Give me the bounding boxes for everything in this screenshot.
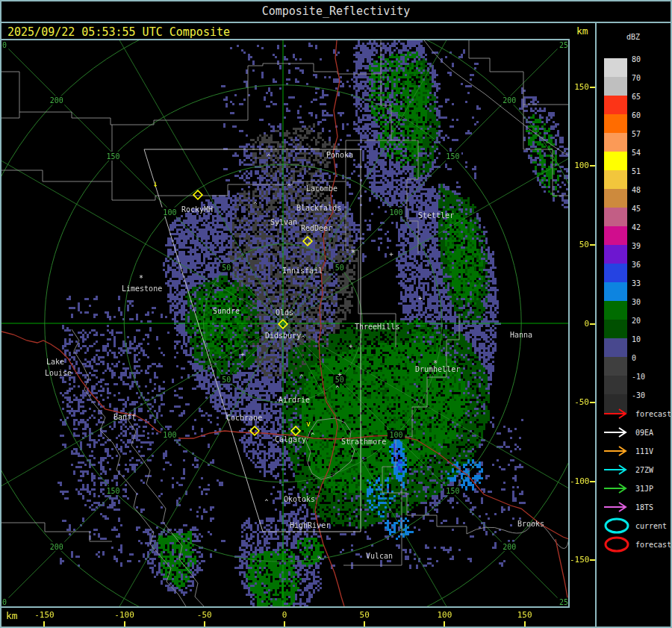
x-axis-tick-label: 0 [282, 610, 287, 620]
legend-label: 31JP [635, 485, 653, 493]
x-axis-tick [364, 621, 365, 627]
radar-site-icon [193, 190, 202, 199]
track-arrow-icon [603, 443, 631, 459]
x-axis-tick-label: 50 [360, 610, 370, 620]
divider [0, 39, 570, 40]
map-overlay: 5050505010010010010015015015015020020020… [1, 40, 568, 606]
county-boundary [391, 140, 418, 254]
radar-map-viewport[interactable]: 5050505010010010010015015015015020020020… [1, 40, 568, 606]
radar-site-icon [250, 426, 259, 435]
range-ring-label: 250 [1, 598, 7, 606]
legend-label: forecast [635, 410, 671, 418]
dbz-scale-swatch [604, 96, 627, 114]
place-label-Innisfail: Innisfail [282, 267, 323, 275]
dbz-scale-label: -30 [632, 391, 645, 400]
place-label-Brooks: Brooks [517, 520, 544, 528]
town-marker-icon: ^ [318, 556, 322, 563]
dbz-scale-label: 36 [632, 261, 641, 270]
highway-line [556, 539, 567, 606]
town-marker-icon: ^ [302, 335, 305, 342]
track-arrow-icon [603, 405, 631, 422]
dbz-scale-swatch [604, 189, 627, 208]
dbz-scale-swatch [604, 152, 627, 170]
legend-item-current: current [603, 518, 667, 533]
radar-site-icon [291, 426, 300, 435]
county-boundary [523, 105, 568, 196]
range-ring-label: 250 [1, 41, 7, 49]
dbz-scale-label: 57 [632, 130, 641, 139]
place-label-Olds: Olds [276, 308, 293, 317]
down-arrow-icon: ↓ [152, 178, 158, 189]
y-axis-tick [590, 165, 595, 167]
y-axis-tick [590, 402, 595, 403]
dbz-scale-label: -10 [632, 373, 645, 382]
county-boundary [1, 112, 248, 125]
y-axis-unit-label: km [576, 25, 588, 37]
place-label-HighRiver: HighRiver [290, 521, 330, 529]
dbz-scale-label: 65 [632, 93, 641, 102]
range-ring-label: 200 [50, 96, 63, 105]
storm-ellipse-icon [603, 517, 631, 534]
legend-label: forecast [635, 541, 671, 549]
county-boundary [1, 170, 346, 200]
legend-item-111V: 111V [603, 444, 653, 458]
dbz-scale-swatch [604, 208, 627, 226]
point-marker-icon: + [240, 350, 245, 358]
dbz-scale-label: 80 [632, 55, 641, 64]
place-label-Didsbury: Didsbury [265, 332, 301, 340]
y-axis-tick-label: -50 [570, 397, 589, 407]
divider [568, 40, 570, 608]
x-axis-tick [43, 621, 45, 627]
town-marker-icon: ^ [267, 154, 271, 161]
legend-label: 27ZW [635, 466, 653, 474]
dbz-scale-label: 20 [632, 317, 641, 326]
x-axis-tick [204, 621, 205, 627]
dbz-scale-label: 48 [632, 186, 641, 195]
x-axis: km -150-100-50050100150 [0, 608, 596, 627]
range-ring-label: 100 [390, 431, 403, 439]
window-title: Composite_Reflectivity [262, 4, 411, 18]
y-axis-tick [590, 323, 595, 325]
y-axis: 150100500-50-100-150 [570, 40, 595, 606]
range-ring-label: 150 [446, 152, 459, 161]
x-axis-tick-label: 150 [517, 610, 532, 620]
legend-item-31JP: 31JP [603, 481, 653, 496]
divider [0, 606, 570, 608]
dbz-scale-label: 0 [632, 354, 636, 363]
legend-item-forecast: forecast [603, 406, 671, 421]
dbz-scale-label: 70 [632, 74, 641, 83]
status-bar: 2025/09/22 05:53:55 UTC Composite [1, 23, 595, 39]
place-label-Lake: Lake [46, 358, 64, 366]
dbz-scale-swatch [604, 282, 627, 301]
track-arrow-icon [603, 480, 631, 497]
town-marker-icon: ^ [287, 184, 291, 190]
town-marker-icon: ^ [300, 374, 304, 381]
legend-item-18TS: 18TS [603, 500, 653, 514]
place-label-ThreeHills: ThreeHills [355, 323, 399, 331]
range-ring-label: 200 [503, 543, 516, 551]
y-axis-tick [590, 244, 595, 246]
county-boundary [469, 40, 568, 105]
point-marker-icon: + [349, 342, 353, 349]
dbz-scale-swatch [604, 77, 627, 96]
dbz-scale-swatch [604, 301, 627, 320]
side-panel: dBZ 807065605754514845423936333020100-10… [597, 23, 671, 627]
range-ring-label: 200 [503, 96, 516, 105]
y-axis-tick-label: -150 [570, 555, 589, 565]
point-marker-icon: + [337, 370, 342, 378]
dbz-scale-label: 30 [632, 298, 641, 307]
storm-vector-icon: v [306, 420, 311, 428]
storm-ellipse-icon [603, 536, 631, 553]
town-marker-icon: ^ [265, 499, 269, 506]
place-label-Louise: Louise [45, 369, 72, 377]
place-label-Airdrie: Airdrie [279, 396, 310, 404]
town-marker-icon: ^ [336, 385, 340, 392]
y-axis-tick-label: 50 [570, 240, 589, 249]
place-label-Lacombe: Lacombe [306, 184, 337, 193]
place-label-Calgary: Calgary [275, 435, 306, 444]
y-axis-tick [590, 559, 595, 561]
range-ring-label: 150 [446, 487, 459, 495]
divider [595, 23, 597, 627]
range-ring-label: 200 [50, 543, 63, 551]
dbz-scale-swatch [604, 114, 627, 133]
